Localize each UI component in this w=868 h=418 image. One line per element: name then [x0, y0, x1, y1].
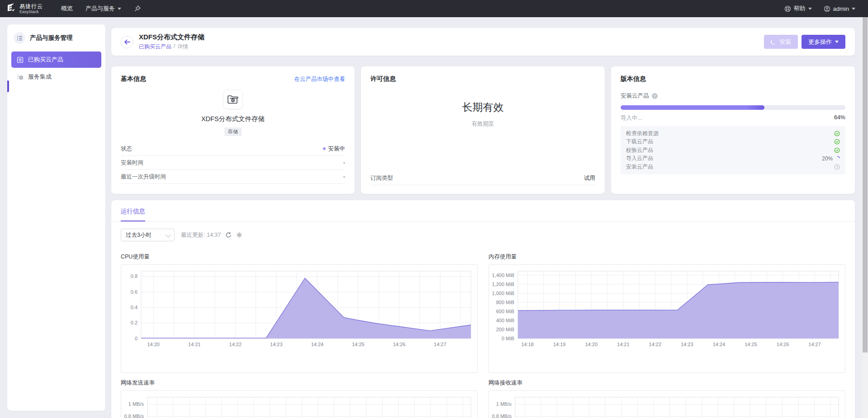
network-send-chart: 网络发送速率 0 MB/s0.2 MB/s0.4 MB/s0.6 MB/s0.8…: [121, 379, 478, 418]
svg-text:14:20: 14:20: [585, 342, 598, 347]
install-button-label: 安装: [779, 38, 791, 46]
chevron-down-icon: [835, 41, 839, 43]
install-step-row: 下载云产品: [626, 138, 840, 146]
version-title: 版本信息: [621, 75, 646, 83]
help-icon: [784, 5, 791, 12]
product-category-tag: 存储: [224, 127, 242, 136]
pin-button[interactable]: [128, 0, 147, 17]
clock-icon: [834, 164, 840, 170]
install-time-value: -: [343, 160, 345, 166]
refresh-button[interactable]: [225, 232, 232, 238]
user-avatar-icon: [824, 5, 830, 12]
network-send-plot: 0 MB/s0.2 MB/s0.4 MB/s0.6 MB/s0.8 MB/s1 …: [121, 390, 478, 418]
install-time-row: 安装时间 -: [121, 156, 345, 170]
help-tooltip-icon[interactable]: ?: [652, 93, 658, 99]
svg-text:0: 0: [135, 336, 138, 341]
refresh-icon: [225, 232, 232, 238]
svg-text:0.4: 0.4: [131, 305, 138, 310]
license-title: 许可信息: [370, 75, 396, 83]
back-button[interactable]: [121, 36, 133, 48]
chart-settings-button[interactable]: [236, 232, 242, 238]
svg-text:14:24: 14:24: [311, 342, 324, 347]
time-range-value: 过去3小时: [126, 231, 152, 239]
svg-text:14:23: 14:23: [270, 342, 283, 347]
install-step-row: 检查依赖资源: [626, 129, 840, 138]
help-menu[interactable]: 帮助: [784, 0, 812, 17]
chevron-down-icon: [166, 231, 171, 237]
tab-running-info[interactable]: 运行信息: [121, 207, 145, 221]
arrow-left-icon: [124, 39, 130, 45]
svg-text:14:22: 14:22: [229, 342, 242, 347]
sidebar-header: 产品与服务管理: [7, 24, 105, 51]
step-spinner-icon: [834, 155, 841, 162]
topbar: 易捷行云 EasyStack 概览 产品与服务 帮助: [0, 0, 868, 17]
status-value: 安装中: [323, 145, 346, 153]
basic-info-card: 基本信息 在云产品市场中查看 XDFS分布式文件存储 存储 状态 安装中 安装时…: [111, 66, 355, 194]
more-actions-label: 更多操作: [808, 38, 832, 46]
view-in-market-link[interactable]: 在云产品市场中查看: [294, 75, 346, 83]
brand-logo[interactable]: 易捷行云 EasyStack: [6, 3, 43, 14]
install-product-label: 安装云产品: [621, 92, 649, 100]
svg-text:14:27: 14:27: [808, 342, 821, 347]
brand-subtitle: EasyStack: [19, 10, 43, 14]
sidebar-item-label: 已购买云产品: [28, 56, 63, 64]
svg-text:0.8 MB/s: 0.8 MB/s: [492, 413, 512, 418]
svg-text:1,200 MiB: 1,200 MiB: [492, 282, 514, 287]
sidebar-item-purchased-products[interactable]: 已购买云产品: [11, 52, 101, 68]
last-update-text: 最近更新: 14:37: [181, 231, 221, 239]
install-progress-bar: [621, 105, 845, 110]
easystack-logo-icon: [6, 3, 16, 14]
svg-text:600 MiB: 600 MiB: [496, 309, 514, 314]
step-label: 下载云产品: [626, 138, 653, 146]
product-name: XDFS分布式文件存储: [121, 115, 345, 123]
svg-text:0.8: 0.8: [131, 273, 138, 279]
svg-text:14:20: 14:20: [147, 342, 160, 347]
step-label: 校验云产品: [626, 146, 653, 154]
nav-overview-label: 概览: [61, 5, 73, 13]
nav-overview[interactable]: 概览: [55, 0, 79, 17]
svg-text:14:27: 14:27: [434, 342, 446, 347]
check-circle-icon: [834, 139, 840, 145]
svg-text:1 MB/s: 1 MB/s: [128, 401, 144, 407]
svg-text:14:18: 14:18: [521, 342, 534, 347]
sidebar-item-service-integration[interactable]: 服务集成: [11, 69, 101, 85]
user-menu[interactable]: admin: [824, 0, 855, 17]
svg-text:14:22: 14:22: [649, 342, 662, 347]
svg-text:200 MiB: 200 MiB: [496, 327, 514, 332]
svg-text:14:24: 14:24: [713, 342, 726, 347]
svg-text:14:25: 14:25: [745, 342, 757, 347]
time-range-select[interactable]: 过去3小时: [121, 229, 175, 241]
install-time-label: 安装时间: [121, 159, 143, 167]
sidebar: 产品与服务管理 已购买云产品 服务集成: [7, 24, 105, 411]
svg-text:0.6: 0.6: [131, 289, 138, 295]
license-validity: 长期有效: [370, 100, 595, 114]
page-scrollbar[interactable]: [862, 17, 868, 418]
chevron-down-icon: [118, 8, 121, 10]
install-button[interactable]: 安装: [764, 35, 798, 49]
install-step-row: 安装云产品: [626, 163, 840, 171]
status-dot-icon: [323, 147, 326, 150]
sidebar-item-label: 服务集成: [28, 73, 52, 81]
svg-text:14:25: 14:25: [352, 342, 365, 347]
license-card: 许可信息 长期有效 有效期至 订阅类型 试用: [361, 66, 605, 194]
svg-text:0 MiB: 0 MiB: [502, 336, 514, 341]
subscription-type-row: 订阅类型 试用: [370, 171, 595, 185]
svg-text:14:19: 14:19: [553, 342, 566, 347]
network-receive-chart: 网络接收速率 0 MB/s0.2 MB/s0.4 MB/s0.6 MB/s0.8…: [489, 379, 845, 418]
more-actions-button[interactable]: 更多操作: [802, 35, 845, 49]
nav-products-services[interactable]: 产品与服务: [79, 0, 128, 17]
chart-title-net-receive: 网络接收速率: [489, 379, 845, 387]
svg-text:1,400 MiB: 1,400 MiB: [492, 272, 514, 278]
memory-usage-chart: 内存使用量 0 MiB200 MiB400 MiB600 MiB800 MiB1…: [489, 253, 845, 373]
running-info-card: 运行信息 过去3小时 最近更新: 14:37 CPU使: [111, 200, 855, 418]
step-label: 检查依赖资源: [626, 130, 659, 137]
last-upgrade-value: -: [343, 174, 345, 180]
install-progress-fill: [621, 105, 764, 110]
check-circle-icon: [834, 147, 840, 153]
breadcrumb-parent-link[interactable]: 已购买云产品: [139, 43, 171, 51]
status-text: 安装中: [328, 145, 346, 153]
svg-text:1,000 MiB: 1,000 MiB: [492, 291, 514, 296]
scrollbar-thumb[interactable]: [863, 17, 868, 352]
integration-icon: [17, 74, 24, 80]
page-title: XDFS分布式文件存储: [139, 33, 204, 42]
